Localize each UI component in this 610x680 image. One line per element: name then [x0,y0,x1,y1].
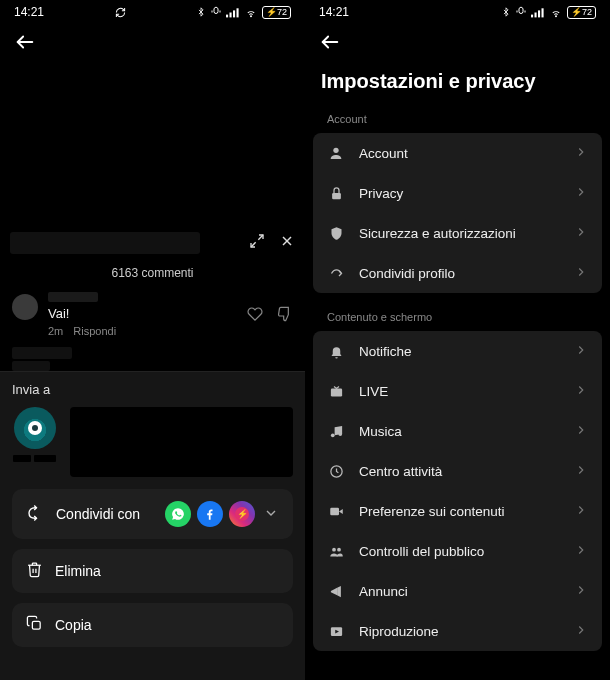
battery-indicator: ⚡72 [567,6,596,19]
reply-redacted-2 [12,361,50,371]
delete-row[interactable]: Elimina [12,549,293,593]
svg-line-8 [258,235,263,240]
row-label: Centro attività [359,464,560,479]
screen-settings: 14:21 ⚡72 Impostazioni e privacy Account… [305,0,610,680]
chevron-right-icon [574,583,588,600]
row-content-prefs[interactable]: Preferenze sui contenuti [313,491,602,531]
dislike-icon[interactable] [277,306,293,326]
reply-redacted [12,347,72,359]
status-bar: 14:21 ⚡72 [0,0,305,22]
share-friend[interactable] [12,407,58,477]
row-music[interactable]: Musica [313,411,602,451]
chevron-down-icon[interactable] [263,505,279,524]
svg-point-21 [333,148,338,153]
share-sheet: Invia a Condividi con [0,371,305,680]
row-security[interactable]: Sicurezza e autorizzazioni [313,213,602,253]
svg-rect-12 [32,621,40,629]
row-label: Privacy [359,186,560,201]
svg-rect-16 [534,12,536,17]
chevron-right-icon [574,383,588,400]
status-bar: 14:21 ⚡72 [305,0,610,22]
chevron-right-icon [574,265,588,282]
svg-line-9 [251,242,256,247]
back-button[interactable] [10,27,40,57]
reply-button[interactable]: Rispondi [73,325,116,337]
expand-icon[interactable] [249,233,265,253]
copy-row[interactable]: Copia [12,603,293,647]
bluetooth-icon [501,6,511,18]
vibrate-icon [515,6,527,18]
screen-share-sheet: 14:21 ⚡72 [0,0,305,680]
bell-icon [327,342,345,360]
row-label: Condividi profilo [359,266,560,281]
row-label: Account [359,146,560,161]
row-activity[interactable]: Centro attività [313,451,602,491]
chevron-right-icon [574,185,588,202]
shield-icon [327,224,345,242]
status-time: 14:21 [14,5,44,19]
row-playback[interactable]: Riproduzione [313,611,602,651]
chevron-right-icon [574,145,588,162]
trash-icon [26,561,43,581]
comments-count: 6163 commenti [0,258,305,286]
bluetooth-icon [196,6,206,18]
svg-point-25 [338,432,342,436]
svg-rect-3 [229,12,231,17]
delete-label: Elimina [55,563,279,579]
chevron-right-icon [574,543,588,560]
svg-rect-2 [226,14,228,17]
row-label: Annunci [359,584,560,599]
row-ads[interactable]: Annunci [313,571,602,611]
svg-rect-22 [332,192,341,198]
svg-marker-28 [339,509,343,514]
card-account: Account Privacy Sicurezza e autorizzazio… [313,133,602,293]
chevron-right-icon [574,423,588,440]
people-icon [327,542,345,560]
whatsapp-icon[interactable] [165,501,191,527]
signal-icon [226,7,240,18]
row-live[interactable]: LIVE [313,371,602,411]
status-time: 14:21 [319,5,349,19]
row-privacy[interactable]: Privacy [313,173,602,213]
row-label: Riproduzione [359,624,560,639]
nav-bar-left [0,22,305,62]
comment-title-redacted [10,232,200,254]
row-audience[interactable]: Controlli del pubblico [313,531,602,571]
svg-rect-27 [330,507,339,515]
facebook-icon[interactable] [197,501,223,527]
play-icon [327,622,345,640]
comment-time: 2m [48,325,63,337]
section-header-account: Account [305,107,610,133]
comment-panel-header [0,228,305,258]
lock-icon [327,184,345,202]
copy-label: Copia [55,617,279,633]
messenger-icon[interactable]: ⚡ [229,501,255,527]
comment-item[interactable]: Vai! 2m Rispondi [0,286,305,343]
share-icon [327,264,345,282]
megaphone-icon [327,582,345,600]
row-notifications[interactable]: Notifiche [313,331,602,371]
row-label: Preferenze sui contenuti [359,504,560,519]
svg-point-6 [251,15,252,16]
svg-point-29 [332,547,336,551]
friends-redacted [70,407,293,477]
row-label: Musica [359,424,560,439]
row-account[interactable]: Account [313,133,602,173]
row-share-profile[interactable]: Condividi profilo [313,253,602,293]
close-icon[interactable] [279,233,295,253]
friend-name-redacted [13,455,57,462]
video-area[interactable] [0,62,305,228]
page-title: Impostazioni e privacy [305,62,610,107]
svg-rect-23 [330,388,341,396]
copy-icon [26,615,43,635]
avatar[interactable] [12,294,38,320]
person-icon [327,144,345,162]
chevron-right-icon [574,225,588,242]
back-button[interactable] [315,27,345,57]
share-with-card: Condividi con ⚡ [12,489,293,539]
like-icon[interactable] [247,306,263,326]
comment-username-redacted [48,292,98,302]
share-with-row[interactable]: Condividi con ⚡ [12,489,293,539]
svg-rect-17 [538,10,540,17]
wifi-icon [549,7,563,18]
